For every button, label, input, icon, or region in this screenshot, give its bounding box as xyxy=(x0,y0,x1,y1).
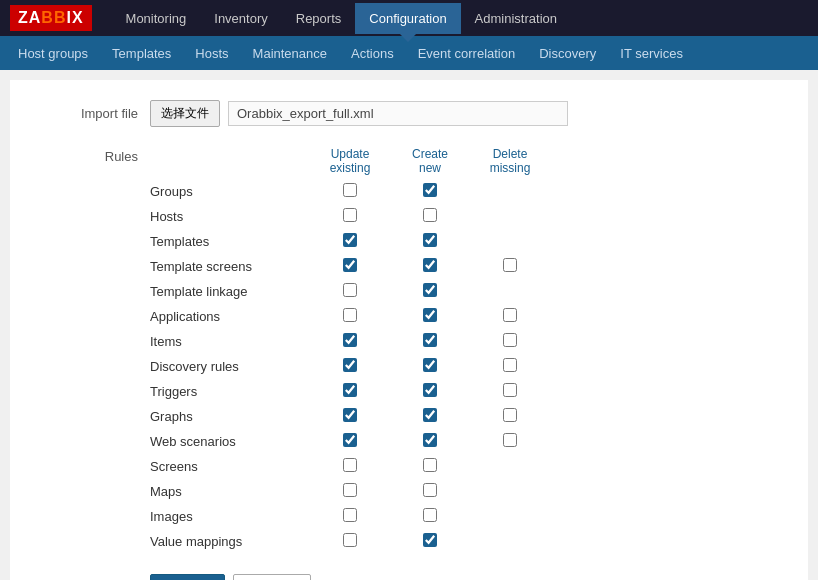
table-row: Applications xyxy=(150,304,550,329)
import-button[interactable]: Import xyxy=(150,574,225,580)
checkbox-create-new[interactable] xyxy=(423,433,437,447)
checkbox-update-existing[interactable] xyxy=(343,358,357,372)
checkbox-update-existing[interactable] xyxy=(343,383,357,397)
checkbox-update-existing[interactable] xyxy=(343,183,357,197)
nav-inventory[interactable]: Inventory xyxy=(200,3,281,34)
cb-create-new xyxy=(390,329,470,354)
rule-label: Graphs xyxy=(150,404,310,429)
cb-create-new xyxy=(390,179,470,204)
choose-file-button[interactable]: 选择文件 xyxy=(150,100,220,127)
checkbox-update-existing[interactable] xyxy=(343,508,357,522)
checkbox-create-new[interactable] xyxy=(423,183,437,197)
nav-monitoring[interactable]: Monitoring xyxy=(112,3,201,34)
checkbox-delete-missing[interactable] xyxy=(503,358,517,372)
col-header-update-existing: Update existing xyxy=(310,143,390,179)
checkbox-create-new[interactable] xyxy=(423,258,437,272)
subnav-templates[interactable]: Templates xyxy=(100,39,183,68)
nav-reports[interactable]: Reports xyxy=(282,3,356,34)
cb-create-new xyxy=(390,429,470,454)
checkbox-update-existing[interactable] xyxy=(343,433,357,447)
rule-label: Templates xyxy=(150,229,310,254)
checkbox-update-existing[interactable] xyxy=(343,408,357,422)
import-file-row: Import file 选择文件 Orabbix_export_full.xml xyxy=(30,100,788,127)
nav-administration[interactable]: Administration xyxy=(461,3,571,34)
checkbox-create-new[interactable] xyxy=(423,333,437,347)
checkbox-update-existing[interactable] xyxy=(343,283,357,297)
table-row: Screens xyxy=(150,454,550,479)
cb-delete-missing xyxy=(470,429,550,454)
checkbox-create-new[interactable] xyxy=(423,483,437,497)
checkbox-create-new[interactable] xyxy=(423,208,437,222)
main-content: Import file 选择文件 Orabbix_export_full.xml… xyxy=(10,80,808,580)
checkbox-update-existing[interactable] xyxy=(343,333,357,347)
top-nav-links: Monitoring Inventory Reports Configurati… xyxy=(112,3,571,34)
cb-delete-missing xyxy=(470,504,550,529)
rule-label: Items xyxy=(150,329,310,354)
checkbox-update-existing[interactable] xyxy=(343,258,357,272)
cb-delete-missing xyxy=(470,404,550,429)
cb-create-new xyxy=(390,254,470,279)
subnav-it-services[interactable]: IT services xyxy=(608,39,695,68)
checkbox-update-existing[interactable] xyxy=(343,458,357,472)
rules-table: Update existing Create new Delete missin… xyxy=(150,143,550,554)
subnav-event-correlation[interactable]: Event correlation xyxy=(406,39,528,68)
cb-create-new xyxy=(390,529,470,554)
table-row: Groups xyxy=(150,179,550,204)
checkbox-create-new[interactable] xyxy=(423,383,437,397)
subnav-maintenance[interactable]: Maintenance xyxy=(241,39,339,68)
cb-create-new xyxy=(390,204,470,229)
subnav-actions[interactable]: Actions xyxy=(339,39,406,68)
checkbox-create-new[interactable] xyxy=(423,308,437,322)
cb-create-new xyxy=(390,454,470,479)
checkbox-create-new[interactable] xyxy=(423,508,437,522)
cb-delete-missing xyxy=(470,204,550,229)
checkbox-delete-missing[interactable] xyxy=(503,383,517,397)
cb-create-new xyxy=(390,379,470,404)
col-header-create-new: Create new xyxy=(390,143,470,179)
checkbox-update-existing[interactable] xyxy=(343,208,357,222)
checkbox-update-existing[interactable] xyxy=(343,233,357,247)
subnav-discovery[interactable]: Discovery xyxy=(527,39,608,68)
subnav-host-groups[interactable]: Host groups xyxy=(6,39,100,68)
rule-label: Hosts xyxy=(150,204,310,229)
checkbox-delete-missing[interactable] xyxy=(503,333,517,347)
cb-update-existing xyxy=(310,429,390,454)
cb-update-existing xyxy=(310,529,390,554)
cb-create-new xyxy=(390,229,470,254)
checkbox-create-new[interactable] xyxy=(423,458,437,472)
table-row: Images xyxy=(150,504,550,529)
nav-configuration[interactable]: Configuration xyxy=(355,3,460,34)
checkbox-create-new[interactable] xyxy=(423,233,437,247)
rule-label: Web scenarios xyxy=(150,429,310,454)
table-row: Hosts xyxy=(150,204,550,229)
rules-label: Rules xyxy=(30,143,150,554)
col-header-empty xyxy=(150,143,310,179)
checkbox-update-existing[interactable] xyxy=(343,533,357,547)
checkbox-delete-missing[interactable] xyxy=(503,408,517,422)
cb-delete-missing xyxy=(470,379,550,404)
subnav-hosts[interactable]: Hosts xyxy=(183,39,240,68)
cancel-button[interactable]: Cancel xyxy=(233,574,311,580)
rule-label: Screens xyxy=(150,454,310,479)
checkbox-delete-missing[interactable] xyxy=(503,308,517,322)
checkbox-create-new[interactable] xyxy=(423,283,437,297)
checkbox-update-existing[interactable] xyxy=(343,483,357,497)
rule-label: Discovery rules xyxy=(150,354,310,379)
checkbox-create-new[interactable] xyxy=(423,408,437,422)
checkbox-update-existing[interactable] xyxy=(343,308,357,322)
checkbox-delete-missing[interactable] xyxy=(503,433,517,447)
cb-create-new xyxy=(390,504,470,529)
cb-delete-missing xyxy=(470,329,550,354)
rule-label: Template screens xyxy=(150,254,310,279)
checkbox-create-new[interactable] xyxy=(423,533,437,547)
rule-label: Images xyxy=(150,504,310,529)
checkbox-delete-missing[interactable] xyxy=(503,258,517,272)
rule-label: Maps xyxy=(150,479,310,504)
cb-update-existing xyxy=(310,504,390,529)
cb-update-existing xyxy=(310,479,390,504)
table-row: Value mappings xyxy=(150,529,550,554)
table-row: Maps xyxy=(150,479,550,504)
checkbox-create-new[interactable] xyxy=(423,358,437,372)
cb-delete-missing xyxy=(470,479,550,504)
col-header-delete-missing: Delete missing xyxy=(470,143,550,179)
